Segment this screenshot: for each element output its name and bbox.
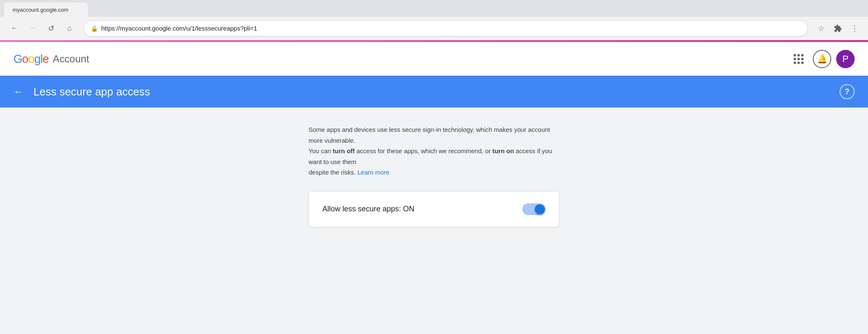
toggle-thumb — [535, 204, 545, 214]
address-bar[interactable]: 🔒 https://myaccount.google.com/u/1/lesss… — [84, 21, 808, 36]
content-wrapper: Some apps and devices use less secure si… — [225, 124, 643, 300]
dot-6 — [801, 58, 804, 60]
home-button[interactable]: ⌂ — [62, 21, 77, 36]
apps-button[interactable] — [789, 50, 808, 68]
description-middle: access for these apps, which we recommen… — [355, 147, 492, 154]
dot-9 — [801, 62, 804, 64]
grid-dots-icon — [794, 54, 804, 64]
dot-3 — [801, 54, 804, 57]
header-icons: 🔔 P — [789, 50, 855, 68]
back-arrow-button[interactable]: ← — [13, 86, 23, 98]
turn-on-bold: turn on — [493, 147, 514, 154]
google-letter-e: e — [43, 52, 49, 65]
toggle-card: Allow less secure apps: ON — [309, 191, 559, 227]
active-tab: myaccount.google.com — [4, 3, 88, 17]
dot-1 — [794, 54, 796, 57]
dot-4 — [794, 58, 796, 60]
description-text: Some apps and devices use less secure si… — [309, 124, 559, 178]
description-line3: despite the risks. — [309, 169, 357, 176]
google-letter-g2: g — [34, 52, 41, 65]
extensions-button[interactable] — [831, 22, 845, 35]
banner-title: Less secure app access — [33, 85, 150, 98]
toggle-track — [522, 203, 546, 215]
forward-button[interactable]: → — [25, 21, 40, 36]
reload-button[interactable]: ↺ — [43, 21, 59, 36]
lock-icon: 🔒 — [91, 25, 98, 32]
google-logo: Google Account — [13, 52, 89, 66]
back-button[interactable]: ← — [7, 21, 22, 36]
notifications-button[interactable]: 🔔 — [813, 50, 831, 68]
blue-banner: ← Less secure app access ? — [0, 76, 868, 108]
turn-off-bold: turn off — [333, 147, 355, 154]
dot-8 — [797, 62, 800, 64]
browser-chrome: myaccount.google.com ← → ↺ ⌂ 🔒 https://m… — [0, 0, 868, 42]
description-line1: Some apps and devices use less secure si… — [309, 126, 550, 144]
bookmark-button[interactable]: ☆ — [814, 22, 828, 35]
page-header: Google Account 🔔 P — [0, 42, 868, 76]
toggle-label: Allow less secure apps: ON — [322, 205, 414, 213]
learn-more-link[interactable]: Learn more — [357, 169, 390, 176]
dot-2 — [797, 54, 800, 57]
tab-bar: myaccount.google.com — [0, 0, 868, 17]
help-button[interactable]: ? — [840, 84, 855, 99]
gradient-bar — [0, 40, 868, 42]
dot-7 — [794, 62, 796, 64]
toolbar: ← → ↺ ⌂ 🔒 https://myaccount.google.com/u… — [0, 17, 868, 40]
url-text: https://myaccount.google.com/u/1/lesssec… — [101, 25, 801, 32]
google-wordmark: Google — [13, 52, 49, 66]
account-label: Account — [53, 53, 89, 65]
google-letter-g: G — [13, 52, 22, 65]
description-line2-prefix: You can — [309, 147, 333, 154]
toggle-switch[interactable] — [522, 203, 546, 215]
google-letter-o1: o — [22, 52, 28, 65]
browser-menu-button[interactable]: ⋮ — [848, 22, 861, 35]
main-content: Some apps and devices use less secure si… — [0, 108, 868, 317]
bell-icon: 🔔 — [817, 54, 827, 64]
avatar[interactable]: P — [836, 50, 855, 68]
dot-5 — [797, 58, 800, 60]
google-letter-o2: o — [28, 52, 34, 65]
